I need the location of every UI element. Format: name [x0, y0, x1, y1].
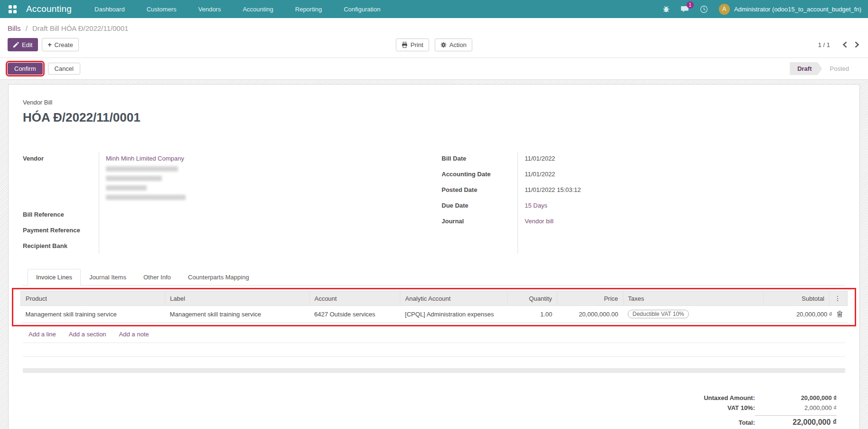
document-name: HÓA Đ/2022/11/0001 [23, 110, 845, 125]
untaxed-amount-value: 20,000,000 ₫ [755, 394, 837, 401]
app-title: Accounting [26, 4, 72, 14]
bill-reference-label: Bill Reference [23, 208, 99, 223]
empty-list-row [23, 343, 845, 357]
payment-reference-label: Payment Reference [23, 223, 99, 239]
create-button[interactable]: + Create [42, 38, 78, 51]
invoice-lines-highlight-box: Product Label Account Analytic Account Q… [12, 288, 856, 326]
cell-price[interactable]: 20,000,000.00 [557, 306, 623, 323]
cell-account[interactable]: 6427 Outside services [310, 306, 400, 323]
vat-label: VAT 10%: [727, 404, 755, 411]
column-subtotal[interactable]: Subtotal [763, 291, 829, 306]
printer-icon [402, 42, 408, 48]
form-view-background: Vendor Bill HÓA Đ/2022/11/0001 Vendor Mi… [0, 80, 868, 429]
breadcrumb-separator: / [26, 24, 28, 32]
document-type-label: Vendor Bill [23, 99, 845, 106]
activities-clock-icon[interactable] [700, 5, 708, 13]
breadcrumb-bills-link[interactable]: Bills [8, 24, 21, 32]
confirm-button[interactable]: Confirm [8, 63, 43, 75]
pager: 1 / 1 [818, 40, 860, 49]
totals-panel: Untaxed Amount: 20,000,000 ₫ VAT 10%: 2,… [675, 393, 837, 428]
tab-other-info[interactable]: Other Info [135, 269, 179, 286]
message-count-badge: 1 [687, 1, 694, 9]
payment-reference-value[interactable] [99, 223, 431, 239]
user-menu[interactable]: A Administrator (odoo15_to_account_budge… [719, 4, 861, 15]
journal-value-link[interactable]: Vendor bill [525, 218, 554, 225]
tab-journal-items[interactable]: Journal Items [81, 269, 135, 286]
action-button[interactable]: Action [434, 38, 472, 51]
posted-date-value[interactable]: 11/01/2022 15:03:12 [518, 183, 745, 199]
systray: 1 A Administrator (odoo15_to_account_bud… [662, 4, 861, 15]
avatar: A [719, 4, 730, 15]
cell-label[interactable]: Management skill training service [165, 306, 310, 323]
menu-accounting[interactable]: Accounting [242, 4, 274, 15]
cell-product[interactable]: Management skill training service [21, 306, 165, 323]
list-footer-band [23, 368, 845, 373]
cell-analytic-account[interactable]: [CPQL] Administration expenses [400, 306, 508, 323]
edit-button[interactable]: Edit [8, 38, 38, 51]
add-a-section-link[interactable]: Add a section [69, 331, 106, 338]
total-label: Total: [739, 419, 755, 426]
apps-grid-icon[interactable] [9, 5, 17, 13]
recipient-bank-label: Recipient Bank [23, 239, 99, 255]
pencil-icon [13, 42, 19, 48]
form-sheet: Vendor Bill HÓA Đ/2022/11/0001 Vendor Mi… [8, 84, 860, 429]
redacted-address [106, 166, 431, 200]
menu-dashboard[interactable]: Dashboard [94, 4, 126, 15]
spacer [23, 357, 845, 368]
journal-label: Journal [442, 214, 518, 230]
due-date-value-link[interactable]: 15 Days [525, 202, 547, 209]
menu-reporting[interactable]: Reporting [294, 4, 323, 15]
breadcrumb-current: Draft Bill HÓA Đ/2022/11/0001 [32, 24, 128, 32]
posted-date-label: Posted Date [442, 183, 518, 199]
accounting-date-value[interactable]: 11/01/2022 [518, 167, 745, 183]
status-draft[interactable]: Draft [790, 62, 822, 75]
optional-columns-kebab-icon[interactable]: ⋮ [830, 291, 848, 306]
untaxed-amount-label: Untaxed Amount: [704, 394, 755, 401]
accounting-date-label: Accounting Date [442, 167, 518, 183]
column-account[interactable]: Account [310, 291, 400, 306]
vat-value: 2,000,000 ₫ [755, 404, 837, 411]
invoice-line-row[interactable]: Management skill training service Manage… [21, 306, 848, 323]
bill-date-value[interactable]: 11/01/2022 [518, 152, 745, 167]
menu-configuration[interactable]: Configuration [343, 4, 381, 15]
column-analytic-account[interactable]: Analytic Account [400, 291, 508, 306]
status-posted[interactable]: Posted [822, 62, 857, 75]
form-statusbar: Confirm Cancel Draft Posted [0, 57, 868, 80]
column-quantity[interactable]: Quantity [508, 291, 557, 306]
bill-date-label: Bill Date [442, 152, 518, 167]
vendor-value-link[interactable]: Minh Minh Limited Company [106, 155, 184, 162]
column-price[interactable]: Price [557, 291, 623, 306]
right-field-group: Bill Date 11/01/2022 Accounting Date 11/… [442, 152, 745, 255]
cell-quantity[interactable]: 1.00 [508, 306, 557, 323]
invoice-lines-table: Product Label Account Analytic Account Q… [20, 291, 848, 323]
pager-next-icon[interactable] [853, 40, 860, 49]
column-label[interactable]: Label [165, 291, 310, 306]
column-product[interactable]: Product [21, 291, 165, 306]
pager-previous-icon[interactable] [841, 40, 849, 49]
user-name: Administrator (odoo15_to_account_budget_… [734, 6, 861, 13]
add-a-line-link[interactable]: Add a line [28, 331, 56, 338]
main-menu: Dashboard Customers Vendors Accounting R… [94, 4, 381, 15]
status-widget: Draft Posted [790, 62, 857, 75]
due-date-label: Due Date [442, 199, 518, 214]
column-taxes[interactable]: Taxes [623, 291, 763, 306]
tab-counterparts-mapping[interactable]: Counterparts Mapping [179, 269, 258, 286]
messages-icon[interactable]: 1 [681, 5, 689, 13]
tab-invoice-lines[interactable]: Invoice Lines [28, 269, 81, 286]
bill-reference-value[interactable] [99, 208, 431, 223]
print-button[interactable]: Print [396, 38, 429, 51]
delete-line-trash-icon[interactable] [837, 311, 843, 317]
list-add-links: Add a line Add a section Add a note [23, 326, 845, 343]
recipient-bank-value[interactable] [99, 239, 431, 255]
debug-bug-icon[interactable] [662, 5, 670, 13]
menu-vendors[interactable]: Vendors [197, 4, 222, 15]
cancel-button[interactable]: Cancel [48, 63, 80, 75]
notebook-tabs: Invoice Lines Journal Items Other Info C… [23, 269, 845, 286]
breadcrumb: Bills / Draft Bill HÓA Đ/2022/11/0001 [8, 24, 860, 32]
menu-customers[interactable]: Customers [146, 4, 178, 15]
cell-taxes[interactable]: Deductible VAT 10% [623, 306, 763, 323]
top-navbar: Accounting Dashboard Customers Vendors A… [0, 0, 868, 18]
control-panel: Bills / Draft Bill HÓA Đ/2022/11/0001 Ed… [0, 18, 868, 57]
cell-subtotal: 20,000,000 ₫ [763, 306, 847, 323]
add-a-note-link[interactable]: Add a note [119, 331, 149, 338]
